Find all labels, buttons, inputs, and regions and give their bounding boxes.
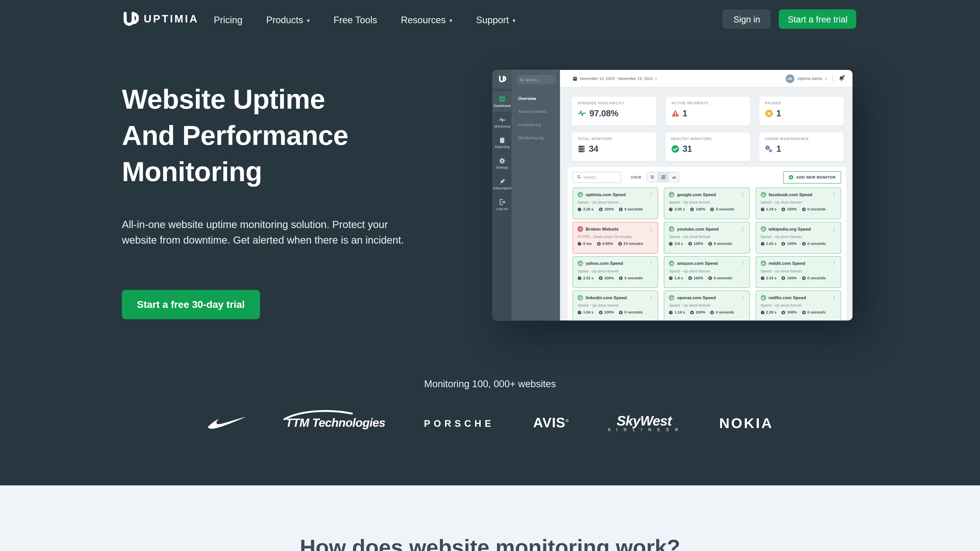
metric-speed: 2.33 s bbox=[760, 276, 776, 280]
sidebar-item-monitoring[interactable]: Monitoring bbox=[493, 112, 512, 132]
monitors-search-input[interactable]: Search... bbox=[573, 171, 621, 183]
header-actions: Sign in Start a free trial bbox=[723, 10, 856, 29]
downtime-down-icon bbox=[710, 310, 714, 314]
start-free-trial-button[interactable]: Start a free trial bbox=[779, 10, 856, 29]
kebab-menu-icon[interactable]: ⋮ bbox=[740, 192, 745, 197]
submenu-item-monitoring-log[interactable]: Monitoring log bbox=[512, 131, 560, 144]
nav-item-products[interactable]: Products▾ bbox=[266, 14, 310, 25]
notifications-bell-icon[interactable] bbox=[839, 76, 845, 81]
submenu-item-active-incidents[interactable]: Active incidents bbox=[512, 105, 560, 118]
sidebar-item-reporting[interactable]: Reporting bbox=[493, 132, 512, 153]
metric-downtime: 0 seconds bbox=[619, 276, 643, 280]
downtime-down-icon bbox=[708, 241, 712, 246]
nav-item-resources[interactable]: Resources▾ bbox=[401, 14, 452, 25]
status-icon bbox=[669, 192, 675, 197]
uptime-up-icon bbox=[781, 276, 786, 280]
monitor-card[interactable]: amazon.com Speed ⋮ Speed - Up since fore… bbox=[664, 256, 750, 288]
monitor-card[interactable]: reddit.com Speed ⋮ Speed - Up since fore… bbox=[756, 256, 841, 288]
uptime-up-icon bbox=[688, 241, 692, 246]
kebab-menu-icon[interactable]: ⋮ bbox=[649, 192, 653, 197]
user-name: Uptimia Demo bbox=[797, 76, 822, 81]
nav-item-free-tools[interactable]: Free Tools bbox=[334, 14, 377, 25]
kebab-menu-icon[interactable]: ⋮ bbox=[740, 261, 745, 265]
date-range-picker[interactable]: November 12, 2023 - November 19, 2023 ▾ bbox=[573, 76, 657, 81]
kebab-menu-icon[interactable]: ⋮ bbox=[649, 295, 653, 300]
monitor-card[interactable]: Broken Website ⋮ HTTPS - Down since 23 m… bbox=[573, 222, 658, 254]
downtime-down-icon bbox=[802, 241, 806, 246]
monitor-card[interactable]: yahoo.com Speed ⋮ Speed - Up since forev… bbox=[573, 256, 658, 288]
nav-item-pricing[interactable]: Pricing bbox=[214, 14, 242, 25]
kebab-menu-icon[interactable]: ⋮ bbox=[649, 227, 653, 231]
monitor-subtitle: Speed - Up since forever bbox=[669, 303, 745, 307]
kebab-menu-icon[interactable]: ⋮ bbox=[832, 192, 836, 197]
gears-icon bbox=[765, 144, 773, 153]
monitor-card[interactable]: youtube.com Speed ⋮ Speed - Up since for… bbox=[664, 222, 750, 254]
sign-in-button[interactable]: Sign in bbox=[723, 10, 771, 29]
nokia-logo: NOKIA bbox=[719, 414, 773, 431]
sidebar-item-dashboard[interactable]: Dashboard bbox=[493, 91, 512, 112]
gauge-icon bbox=[669, 276, 673, 280]
uptime-up-icon bbox=[690, 310, 694, 314]
chevron-down-icon: ▾ bbox=[655, 76, 657, 80]
gauge-icon bbox=[669, 207, 673, 211]
monitor-name: google.com Speed bbox=[677, 192, 716, 197]
monitor-subtitle: Speed - Up since forever bbox=[760, 200, 836, 204]
gauge-icon bbox=[760, 241, 765, 246]
metric-uptime: 100% bbox=[781, 310, 797, 314]
monitor-card[interactable]: wikipedia.org Speed ⋮ Speed - Up since f… bbox=[756, 222, 841, 254]
chevron-down-icon[interactable]: ▾ bbox=[825, 76, 827, 80]
brand-logo[interactable]: UPTIMIA bbox=[122, 10, 199, 29]
uptime-up-icon bbox=[598, 276, 603, 280]
status-icon bbox=[760, 260, 766, 266]
kebab-menu-icon[interactable]: ⋮ bbox=[832, 295, 836, 300]
grid-view-button[interactable] bbox=[658, 172, 668, 182]
avatar[interactable]: UD bbox=[785, 74, 794, 83]
metric-downtime: 0 seconds bbox=[619, 207, 643, 211]
search-icon bbox=[520, 78, 523, 82]
monitor-name: facebook.com Speed bbox=[768, 192, 812, 197]
sidebar-search-input[interactable]: Search... bbox=[517, 75, 555, 84]
chart-view-button[interactable] bbox=[668, 172, 679, 182]
gauge-icon bbox=[578, 241, 582, 246]
monitor-card[interactable]: linkedin.com Speed ⋮ Speed - Up since fo… bbox=[573, 291, 658, 321]
monitor-card[interactable]: openai.com Speed ⋮ Speed - Up since fore… bbox=[664, 291, 750, 321]
metric-uptime: 100% bbox=[688, 241, 703, 246]
metric-downtime: 0 seconds bbox=[802, 276, 826, 280]
customer-logos: TTM Technologies PORSCHE AVIS® SkyWestA … bbox=[0, 407, 980, 438]
page: UPTIMIA Pricing Products▾ Free Tools Res… bbox=[0, 0, 980, 551]
monitor-name: youtube.com Speed bbox=[677, 227, 719, 231]
uptimia-logo-icon bbox=[122, 10, 139, 29]
uptime-up-icon bbox=[781, 310, 786, 314]
nav-item-support[interactable]: Support▾ bbox=[476, 14, 515, 25]
social-proof-caption: Monitoring 100, 000+ websites bbox=[0, 379, 980, 390]
status-icon bbox=[669, 260, 675, 266]
hero-trial-button[interactable]: Start a free 30-day trial bbox=[122, 290, 260, 319]
monitor-card[interactable]: facebook.com Speed ⋮ Speed - Up since fo… bbox=[756, 187, 841, 219]
sidebar-item-logout[interactable]: Log out bbox=[493, 194, 512, 215]
submenu-item-overview[interactable]: Overview bbox=[512, 92, 560, 105]
kebab-menu-icon[interactable]: ⋮ bbox=[832, 261, 836, 265]
add-new-monitor-button[interactable]: ADD NEW MONITOR bbox=[783, 171, 842, 183]
sidebar-item-settings[interactable]: Settings bbox=[493, 153, 512, 174]
list-icon bbox=[650, 175, 655, 179]
sidebar-item-subscription[interactable]: Subscription bbox=[493, 174, 512, 194]
monitor-card[interactable]: google.com Speed ⋮ Speed - Up since fore… bbox=[664, 187, 750, 219]
monitor-name: amazon.com Speed bbox=[677, 261, 718, 265]
monitor-card[interactable]: netflix.com Speed ⋮ Speed - Up since for… bbox=[756, 291, 841, 321]
notification-dot bbox=[842, 75, 845, 78]
monitor-card[interactable]: uptimia.com Speed ⋮ Speed - Up since for… bbox=[573, 187, 658, 219]
kebab-menu-icon[interactable]: ⋮ bbox=[740, 227, 745, 231]
submenu-item-incidents-log[interactable]: Incidents log bbox=[512, 118, 560, 131]
brand-name: UPTIMIA bbox=[144, 13, 199, 25]
kebab-menu-icon[interactable]: ⋮ bbox=[740, 295, 745, 300]
kebab-menu-icon[interactable]: ⋮ bbox=[832, 227, 836, 231]
metric-uptime: 100% bbox=[598, 276, 614, 280]
status-icon bbox=[760, 192, 766, 197]
check-circle-icon bbox=[671, 144, 679, 153]
list-view-button[interactable] bbox=[647, 172, 658, 182]
view-label: VIEW bbox=[631, 175, 641, 179]
metric-downtime: 0 seconds bbox=[802, 241, 826, 246]
ttm-technologies-logo: TTM Technologies bbox=[285, 416, 385, 430]
kebab-menu-icon[interactable]: ⋮ bbox=[649, 261, 653, 265]
clipboard-icon bbox=[499, 137, 506, 144]
